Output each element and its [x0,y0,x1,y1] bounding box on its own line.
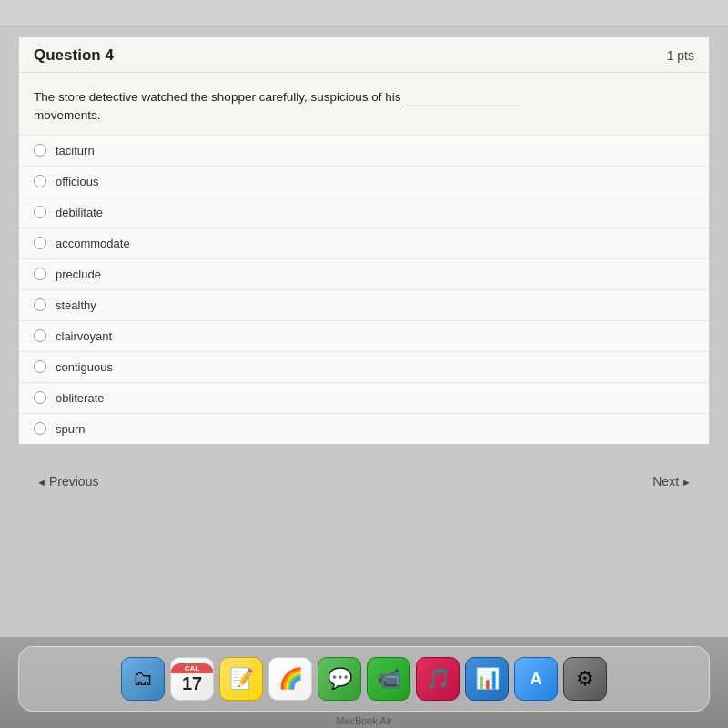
dock-item-finder[interactable]: 🗂 [121,657,165,701]
radio-6 [34,298,46,311]
dock-item-calendar[interactable]: CAL 17 [170,657,214,701]
answer-option-1[interactable]: taciturn [19,136,709,167]
answer-option-9[interactable]: obliterate [19,383,709,414]
dock-item-facetime[interactable]: 📹 [367,657,410,701]
blank-line [406,87,524,106]
question-title: Question 4 [34,46,114,65]
option-label-4: accommodate [56,237,130,250]
radio-4 [34,237,46,249]
radio-1 [34,144,46,157]
answer-options: taciturnofficiousdebilitateaccommodatepr… [19,136,709,444]
option-label-2: officious [56,175,98,188]
music-icon: 🎵 [426,667,450,691]
finder-icon: 🗂 [133,667,153,691]
answer-option-6[interactable]: stealthy [19,290,709,321]
answer-option-3[interactable]: debilitate [19,197,709,228]
next-button[interactable]: Next [643,469,701,494]
quiz-container: Question 4 1 pts The store detective wat… [18,36,710,445]
top-bar [0,0,728,27]
answer-option-2[interactable]: officious [19,167,709,197]
option-label-9: obliterate [56,391,104,405]
previous-button[interactable]: Previous [27,469,107,494]
answer-option-5[interactable]: preclude [19,259,709,290]
answer-option-10[interactable]: spurn [19,414,709,444]
settings-icon: ⚙ [576,667,594,691]
calendar-day: 17 [182,673,202,694]
appstore-icon: A [531,670,542,689]
question-text-part1: The store detective watched the shopper … [34,90,400,104]
dock-item-notes[interactable]: 📝 [219,657,263,701]
radio-5 [34,268,46,280]
dock-item-charts[interactable]: 📊 [465,657,509,701]
points-label: 1 pts [667,48,694,63]
question-header: Question 4 1 pts [19,37,709,73]
answer-option-4[interactable]: accommodate [19,228,709,259]
dock-item-music[interactable]: 🎵 [416,657,460,701]
answer-option-7[interactable]: clairvoyant [19,321,709,352]
radio-2 [34,175,46,187]
option-label-1: taciturn [56,144,95,157]
macbook-label: MacBook Air [336,715,392,726]
screen: Question 4 1 pts The store detective wat… [0,0,728,728]
dock-item-settings[interactable]: ⚙ [563,657,607,701]
option-label-5: preclude [56,268,101,281]
dock-item-photos[interactable]: 🌈 [268,657,312,701]
radio-8 [34,360,46,373]
option-label-7: clairvoyant [56,329,112,343]
option-label-3: debilitate [56,206,103,219]
option-label-10: spurn [56,422,86,436]
facetime-icon: 📹 [377,667,401,691]
dock-item-appstore[interactable]: A [514,657,558,701]
notes-icon: 📝 [229,667,254,691]
option-label-8: contiguous [56,360,113,374]
dock-area: 🗂 CAL 17 📝 🌈 💬 📹 🎵 📊 [0,637,728,728]
charts-icon: 📊 [475,667,500,691]
photos-icon: 🌈 [278,667,303,691]
calendar-month: CAL [171,663,213,673]
option-label-6: stealthy [56,298,96,312]
messages-icon: 💬 [328,667,352,691]
radio-7 [34,329,46,342]
answer-option-8[interactable]: contiguous [19,352,709,383]
question-body: The store detective watched the shopper … [19,73,709,136]
radio-10 [34,422,46,435]
dock-item-messages[interactable]: 💬 [318,657,361,701]
question-text: The store detective watched the shopper … [34,87,694,126]
dock-bar: 🗂 CAL 17 📝 🌈 💬 📹 🎵 📊 [18,646,710,712]
radio-9 [34,391,46,404]
radio-3 [34,206,46,218]
navigation: Previous Next [0,454,728,509]
question-text-part2: movements. [34,108,101,122]
